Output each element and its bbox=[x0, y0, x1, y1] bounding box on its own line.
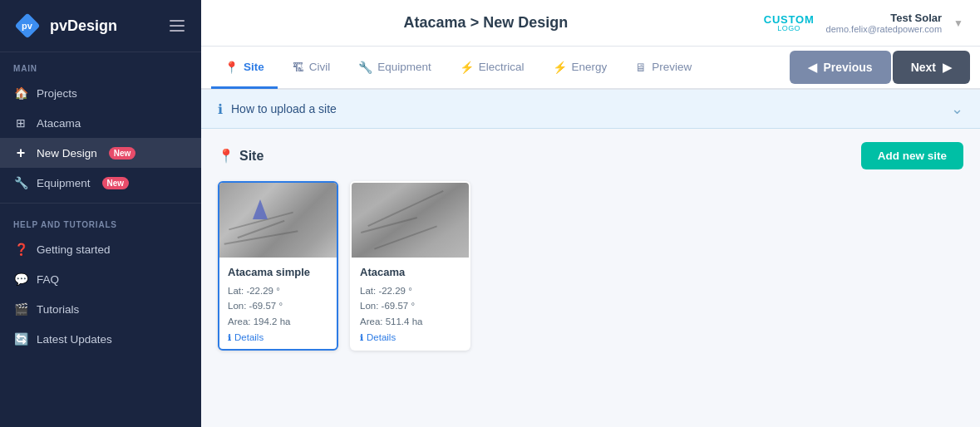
wrench-icon: 🔧 bbox=[13, 175, 28, 190]
site-card-area-1: Area: 194.2 ha bbox=[228, 314, 328, 329]
tab-label: Electrical bbox=[479, 61, 524, 73]
sidebar-item-projects[interactable]: 🏠 Projects bbox=[0, 78, 201, 108]
page-title: Atacama > New Design bbox=[218, 14, 754, 32]
site-header: 📍 Site Add new site bbox=[218, 142, 963, 169]
tab-label: Equipment bbox=[377, 61, 431, 73]
site-cards: Atacama simple Lat: -22.29 ° Lon: -69.57… bbox=[218, 181, 963, 351]
site-card-atacama-simple[interactable]: Atacama simple Lat: -22.29 ° Lon: -69.57… bbox=[218, 181, 338, 351]
info-icon-small-2: ℹ bbox=[360, 333, 363, 342]
grid-icon: ⊞ bbox=[13, 115, 28, 130]
tab-site[interactable]: 📍 Site bbox=[211, 47, 278, 89]
tab-label: Preview bbox=[652, 61, 692, 73]
site-card-name-1: Atacama simple bbox=[228, 266, 328, 278]
sidebar-divider bbox=[0, 203, 201, 204]
sidebar-item-label: Latest Updates bbox=[37, 333, 112, 346]
sidebar-item-label: Getting started bbox=[37, 243, 111, 256]
tab-electrical[interactable]: ⚡ Electrical bbox=[446, 47, 538, 89]
site-card-lat-1: Lat: -22.29 ° bbox=[228, 283, 328, 298]
user-info: Test Solar demo.felix@ratedpower.com bbox=[826, 12, 943, 34]
sidebar-logo: pv pvDesign bbox=[0, 0, 201, 52]
tab-preview[interactable]: 🖥 Preview bbox=[622, 47, 705, 89]
site-card-thumb-2 bbox=[352, 183, 469, 258]
sidebar: pv pvDesign MAIN 🏠 Projects ⊞ Atacama + … bbox=[0, 0, 201, 427]
site-card-lon-2: Lon: -69.57 ° bbox=[360, 298, 460, 313]
sidebar-item-label: Tutorials bbox=[37, 303, 79, 316]
custom-sub: LOGO bbox=[777, 25, 800, 32]
sidebar-item-atacama[interactable]: ⊞ Atacama bbox=[0, 108, 201, 138]
svg-text:pv: pv bbox=[22, 21, 33, 31]
question-circle-icon: ❓ bbox=[13, 242, 28, 257]
top-header: Atacama > New Design CUSTOM LOGO Test So… bbox=[201, 0, 980, 47]
info-circle-icon: ℹ bbox=[218, 101, 223, 117]
previous-button[interactable]: ◀ Previous bbox=[790, 51, 891, 84]
tab-label: Energy bbox=[572, 61, 608, 73]
tab-label: Civil bbox=[309, 61, 331, 73]
site-card-thumb-1 bbox=[219, 183, 337, 258]
sidebar-item-label: FAQ bbox=[37, 273, 59, 286]
user-email: demo.felix@ratedpower.com bbox=[826, 24, 943, 34]
pvdesign-logo-icon: pv bbox=[13, 12, 42, 40]
main-area: Atacama > New Design CUSTOM LOGO Test So… bbox=[201, 0, 980, 427]
user-name: Test Solar bbox=[890, 12, 942, 24]
sidebar-item-getting-started[interactable]: ❓ Getting started bbox=[0, 234, 201, 264]
site-card-details-link-1[interactable]: ℹ Details bbox=[228, 332, 328, 342]
sidebar-item-label: Equipment bbox=[37, 177, 91, 189]
brand-name: pvDesign bbox=[50, 17, 117, 35]
site-card-name-2: Atacama bbox=[360, 266, 460, 278]
custom-logo: CUSTOM LOGO bbox=[764, 14, 815, 32]
user-chevron-icon[interactable]: ▼ bbox=[953, 17, 963, 29]
equipment-tab-icon: 🔧 bbox=[358, 61, 372, 74]
sidebar-item-label: Atacama bbox=[37, 117, 81, 130]
info-banner[interactable]: ℹ How to upload a site ⌄ bbox=[201, 90, 980, 129]
tab-energy[interactable]: ⚡ Energy bbox=[539, 47, 621, 89]
site-card-body-2: Atacama Lat: -22.29 ° Lon: -69.57 ° Area… bbox=[352, 258, 469, 349]
sidebar-item-tutorials[interactable]: 🎬 Tutorials bbox=[0, 294, 201, 324]
next-button[interactable]: Next ▶ bbox=[893, 51, 970, 84]
sidebar-item-latest-updates[interactable]: 🔄 Latest Updates bbox=[0, 324, 201, 354]
sidebar-item-new-design[interactable]: + New Design New bbox=[0, 138, 201, 168]
custom-label: CUSTOM bbox=[764, 14, 815, 25]
info-banner-text: How to upload a site bbox=[231, 102, 943, 115]
site-card-atacama[interactable]: Atacama Lat: -22.29 ° Lon: -69.57 ° Area… bbox=[350, 181, 470, 351]
electrical-icon: ⚡ bbox=[460, 61, 474, 74]
header-right: CUSTOM LOGO Test Solar demo.felix@ratedp… bbox=[764, 12, 963, 34]
prev-arrow-icon: ◀ bbox=[808, 61, 817, 74]
hamburger-button[interactable] bbox=[166, 17, 188, 35]
info-icon-small-1: ℹ bbox=[228, 333, 231, 342]
site-card-lat-2: Lat: -22.29 ° bbox=[360, 283, 460, 298]
tabs-row: 📍 Site 🏗 Civil 🔧 Equipment ⚡ Electrical … bbox=[201, 47, 980, 90]
equipment-new-badge: New bbox=[102, 177, 130, 189]
tab-label: Site bbox=[244, 61, 264, 73]
site-section: 📍 Site Add new site Atacama simple bbox=[201, 129, 980, 364]
site-card-details-link-2[interactable]: ℹ Details bbox=[360, 332, 460, 342]
chevron-down-icon: ⌄ bbox=[951, 100, 963, 118]
next-label: Next bbox=[911, 61, 936, 74]
sidebar-item-faq[interactable]: 💬 FAQ bbox=[0, 264, 201, 294]
details-label-1: Details bbox=[234, 332, 263, 342]
main-section-label: MAIN bbox=[0, 52, 201, 78]
site-card-body-1: Atacama simple Lat: -22.29 ° Lon: -69.57… bbox=[219, 258, 337, 349]
new-badge: New bbox=[109, 147, 136, 160]
site-card-area-2: Area: 511.4 ha bbox=[360, 314, 460, 329]
pin-icon: 📍 bbox=[224, 61, 239, 74]
refresh-icon: 🔄 bbox=[13, 331, 28, 346]
previous-label: Previous bbox=[824, 61, 873, 74]
help-section-label: HELP AND TUTORIALS bbox=[0, 209, 201, 234]
sidebar-item-equipment[interactable]: 🔧 Equipment New bbox=[0, 168, 201, 198]
sidebar-item-label: Projects bbox=[37, 87, 77, 100]
content-area: ℹ How to upload a site ⌄ 📍 Site Add new … bbox=[201, 90, 980, 427]
tab-equipment[interactable]: 🔧 Equipment bbox=[345, 47, 445, 89]
site-title-text: Site bbox=[239, 149, 263, 164]
add-new-site-button[interactable]: Add new site bbox=[861, 142, 963, 169]
tab-civil[interactable]: 🏗 Civil bbox=[279, 47, 344, 89]
video-icon: 🎬 bbox=[13, 302, 28, 317]
civil-icon: 🏗 bbox=[293, 61, 304, 74]
chat-icon: 💬 bbox=[13, 272, 28, 287]
site-title: 📍 Site bbox=[218, 148, 263, 164]
sidebar-item-label: New Design bbox=[37, 147, 97, 160]
energy-icon: ⚡ bbox=[553, 61, 567, 74]
preview-icon: 🖥 bbox=[635, 61, 647, 74]
site-pin-icon: 📍 bbox=[218, 148, 234, 164]
home-icon: 🏠 bbox=[13, 86, 28, 101]
plus-icon: + bbox=[13, 145, 28, 160]
